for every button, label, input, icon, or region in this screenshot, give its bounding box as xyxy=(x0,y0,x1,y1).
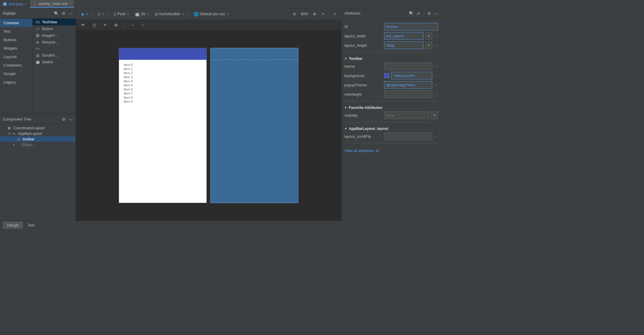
design-preview[interactable]: Item 0Item 1Item 2Item 3Item 4Item 5Item… xyxy=(119,48,206,203)
blueprint-mode-icon[interactable]: ◫ xyxy=(90,22,98,28)
tree-sublabel: - @layo... xyxy=(19,142,36,147)
close-icon[interactable]: × xyxy=(69,1,71,6)
palette-item[interactable]: ≣Recycle... xyxy=(33,39,76,46)
tree-caret-icon[interactable]: ▼ xyxy=(8,132,11,135)
minimize-icon[interactable]: — xyxy=(69,117,73,122)
design-surface[interactable]: Item 0Item 1Item 2Item 3Item 4Item 5Item… xyxy=(76,30,341,221)
list-item: Item 9 xyxy=(124,100,202,104)
orientation-button[interactable]: ◇ xyxy=(95,11,106,18)
design-toolbar: ◆ ◇ ▯Pixel 🤖28 ◎NoActionBar 🌐Default (en… xyxy=(76,8,341,20)
more-icon[interactable]: ⋯ xyxy=(434,92,438,97)
widget-icon: ≣ xyxy=(35,40,40,44)
zoom-in-button[interactable]: ⊕ xyxy=(311,11,318,17)
layout-width-field[interactable]: tch_parent xyxy=(384,32,424,40)
palette-item[interactable]: <> xyxy=(33,46,76,52)
device-selector[interactable]: ▯Pixel xyxy=(111,11,131,18)
tree-row[interactable]: ▦CoordinatorLayout xyxy=(0,125,76,131)
gear-icon[interactable]: ⚙ xyxy=(62,117,66,122)
more-icon[interactable]: ⋯ xyxy=(434,43,438,48)
dropdown-icon[interactable]: ▼ xyxy=(425,32,432,40)
expand-vertical-icon[interactable]: ↕ xyxy=(140,22,146,28)
clear-constraints-icon[interactable]: ⊞ xyxy=(112,22,120,28)
zoom-out-button[interactable]: ⊖ xyxy=(290,11,298,17)
list-item: Item 6 xyxy=(124,87,202,91)
blueprint-toolbar[interactable] xyxy=(211,48,298,60)
tab-text[interactable]: Text xyxy=(23,221,38,229)
expand-horizontal-icon[interactable]: ↔ xyxy=(128,22,137,28)
tab-label: test.java xyxy=(9,2,23,6)
palette-category-common[interactable]: Common xyxy=(0,19,32,27)
gear-icon[interactable]: ⚙ xyxy=(62,11,66,16)
more-icon[interactable]: ⋯ xyxy=(434,64,438,69)
palette-item[interactable]: ▭Button xyxy=(33,25,76,32)
api-selector[interactable]: 🤖28 xyxy=(132,11,151,18)
file-tab-test-java[interactable]: C test.java × xyxy=(0,0,30,8)
list-item: Item 0 xyxy=(124,63,202,67)
list-item: Item 2 xyxy=(124,71,202,75)
more-icon[interactable]: ⋯ xyxy=(434,134,438,139)
bottom-tabs: Design Text xyxy=(0,221,441,229)
background-field[interactable]: ?attr/colorPri xyxy=(391,72,432,79)
blueprint-preview[interactable] xyxy=(211,48,298,203)
tree-label: CoordinatorLayout xyxy=(13,126,45,130)
palette-category-text[interactable]: Text xyxy=(0,27,32,36)
gear-icon[interactable]: ⚙ xyxy=(427,11,431,16)
visibility-field[interactable]: none xyxy=(384,111,429,119)
component-tree: ▦CoordinatorLayout▼▭AppBarLayout▭toolbar… xyxy=(0,124,76,221)
tab-label: activity_main.xml xyxy=(38,1,67,6)
component-icon: ▭ xyxy=(17,137,22,141)
more-icon[interactable]: ⋯ xyxy=(434,83,438,87)
palette-item[interactable]: ⬤Switch xyxy=(33,59,76,65)
zoom-level: 40% xyxy=(300,12,309,16)
autoconnect-icon[interactable]: ✕ xyxy=(101,22,109,28)
widget-icon: ▭ xyxy=(35,27,40,31)
expand-icon[interactable]: ⇄ xyxy=(417,11,420,16)
palette-item[interactable]: AbTextView xyxy=(33,19,76,25)
tree-row[interactable]: ↘- @layo... xyxy=(0,142,76,147)
layout-height-field[interactable]: 56dp xyxy=(384,41,424,49)
file-tabs: C test.java × ⟨⟩ activity_main.xml × xyxy=(0,0,441,8)
palette-category-google[interactable]: Google xyxy=(0,69,32,78)
palette-category-widgets[interactable]: Widgets xyxy=(0,44,32,53)
search-icon[interactable]: 🔍 xyxy=(54,11,59,16)
min-height-field[interactable] xyxy=(384,90,432,98)
attributes-title: Attributes xyxy=(344,11,409,15)
dropdown-icon[interactable]: ▼ xyxy=(431,111,438,119)
tree-row[interactable]: ▭toolbar xyxy=(0,136,76,142)
minimize-icon[interactable]: — xyxy=(434,11,438,16)
eye-icon[interactable]: 👁 xyxy=(79,22,87,28)
section-favorites[interactable]: ▼Favorite Attributes xyxy=(344,105,438,110)
theme-selector[interactable]: ◎NoActionBar xyxy=(152,11,186,18)
section-appbar[interactable]: ▼AppBarLayout_layout xyxy=(344,126,438,131)
design-surface-button[interactable]: ◆ xyxy=(79,11,90,18)
search-icon[interactable]: 🔍 xyxy=(409,11,414,16)
palette-category-legacy[interactable]: Legacy xyxy=(0,78,32,86)
dropdown-icon[interactable]: ▼ xyxy=(425,41,432,49)
more-icon[interactable]: ⋯ xyxy=(434,74,438,78)
zoom-fit-button[interactable]: ⌖ xyxy=(320,11,326,18)
tab-design[interactable]: Design xyxy=(3,221,23,229)
palette-item[interactable]: 🖼ImageV... xyxy=(33,32,76,39)
list-item: Item 4 xyxy=(124,79,202,83)
palette-item[interactable]: ▤ScrollVi... xyxy=(33,52,76,59)
palette-category-buttons[interactable]: Buttons xyxy=(0,36,32,44)
id-field[interactable] xyxy=(384,23,438,30)
minimize-icon[interactable]: — xyxy=(69,11,73,16)
color-swatch[interactable] xyxy=(384,73,389,78)
list-item: Item 5 xyxy=(124,83,202,87)
palette-category-containers[interactable]: Containers xyxy=(0,61,32,69)
scroll-flags-field[interactable] xyxy=(384,132,432,140)
view-all-attributes-link[interactable]: View all attributes⇄ xyxy=(344,149,438,153)
theme-field[interactable] xyxy=(384,62,432,70)
locale-selector[interactable]: 🌐Default (en-us) xyxy=(191,11,231,18)
close-icon[interactable]: × xyxy=(24,2,27,6)
section-toolbar[interactable]: ▼Toolbar xyxy=(344,56,438,61)
preview-toolbar[interactable] xyxy=(119,48,206,60)
warnings-icon[interactable]: ● xyxy=(331,11,338,17)
palette-category-layouts[interactable]: Layouts xyxy=(0,53,32,61)
list-item: Item 8 xyxy=(124,95,202,100)
tree-row[interactable]: ▼▭AppBarLayout xyxy=(0,131,76,136)
file-tab-activity-main[interactable]: ⟨⟩ activity_main.xml × xyxy=(30,0,74,8)
popup-theme-field[interactable]: @style/AppThem xyxy=(384,81,432,89)
more-icon[interactable]: ⋯ xyxy=(434,34,438,38)
